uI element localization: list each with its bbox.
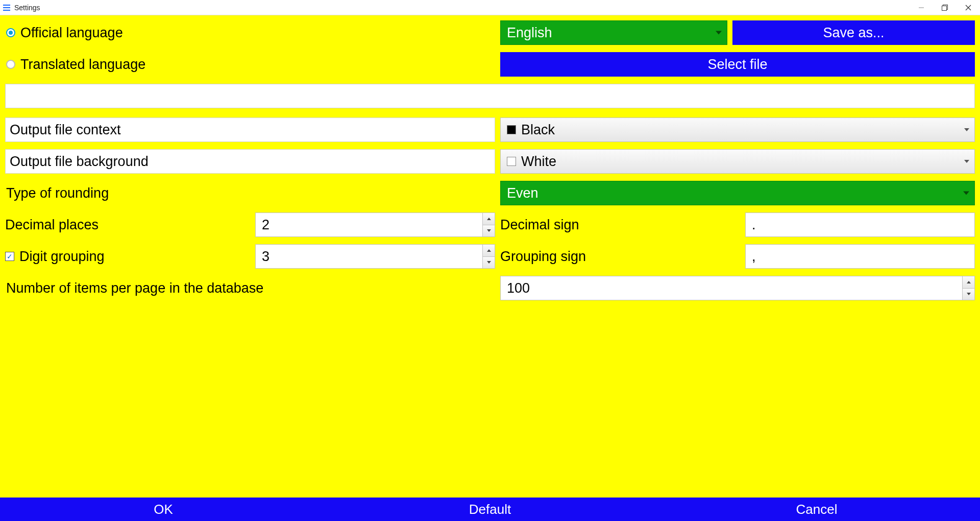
items-per-page-spinner[interactable]: 100 bbox=[500, 276, 975, 300]
output-context-controls: Black bbox=[500, 117, 975, 142]
row-translated-language: Translated language Select file bbox=[5, 52, 975, 77]
decimal-places-label: Decimal places bbox=[5, 217, 99, 233]
items-per-page-controls: 100 bbox=[500, 276, 975, 300]
output-context-label: Output file context bbox=[10, 122, 121, 138]
minimize-button[interactable] bbox=[910, 0, 933, 15]
translated-language-label: Translated language bbox=[20, 57, 145, 73]
triangle-up-icon bbox=[967, 281, 971, 283]
chevron-down-icon bbox=[964, 128, 969, 131]
output-background-value: White bbox=[521, 154, 556, 170]
triangle-down-icon bbox=[967, 293, 971, 295]
digit-grouping-label-cell: ✓ Digit grouping bbox=[5, 244, 250, 269]
titlebar: Settings bbox=[0, 0, 980, 15]
official-language-label-cell: Official language bbox=[5, 20, 495, 45]
digit-grouping-spinner-buttons bbox=[482, 245, 495, 268]
rounding-controls: Even bbox=[500, 181, 975, 205]
row-output-context: Output file context Black bbox=[5, 117, 975, 142]
select-file-button[interactable]: Select file bbox=[500, 52, 975, 77]
decimal-places-spinner[interactable]: 2 bbox=[255, 212, 495, 237]
triangle-down-icon bbox=[487, 229, 491, 232]
items-per-page-up[interactable] bbox=[963, 276, 974, 289]
decimal-sign-label: Decimal sign bbox=[500, 217, 579, 233]
decimal-places-value: 2 bbox=[256, 213, 482, 236]
row-rounding: Type of rounding Even bbox=[5, 181, 975, 205]
output-context-label-cell: Output file context bbox=[5, 117, 495, 142]
triangle-down-icon bbox=[487, 261, 491, 264]
translated-language-controls: Select file bbox=[500, 52, 975, 77]
rounding-value: Even bbox=[507, 185, 538, 201]
ok-button[interactable]: OK bbox=[0, 498, 327, 521]
decimal-places-spinner-buttons bbox=[482, 213, 495, 236]
default-button[interactable]: Default bbox=[327, 498, 653, 521]
digit-grouping-down[interactable] bbox=[483, 257, 495, 269]
output-context-swatch bbox=[507, 125, 516, 134]
items-per-page-label-cell: Number of items per page in the database bbox=[5, 276, 495, 300]
row-items-per-page: Number of items per page in the database… bbox=[5, 276, 975, 300]
output-context-value: Black bbox=[521, 122, 555, 138]
save-as-button[interactable]: Save as... bbox=[732, 20, 975, 45]
maximize-button[interactable] bbox=[933, 0, 957, 15]
digit-grouping-spinner[interactable]: 3 bbox=[255, 244, 495, 269]
triangle-up-icon bbox=[487, 218, 491, 220]
language-file-path-input[interactable] bbox=[5, 84, 975, 108]
output-context-dropdown[interactable]: Black bbox=[500, 117, 975, 142]
language-dropdown-value: English bbox=[507, 25, 552, 41]
digit-grouping-label: Digit grouping bbox=[19, 249, 105, 265]
rounding-label-cell: Type of rounding bbox=[5, 181, 495, 205]
decimal-sign-label-cell: Decimal sign bbox=[500, 212, 740, 237]
official-language-label: Official language bbox=[20, 25, 123, 41]
grouping-sign-value: , bbox=[752, 249, 756, 265]
rounding-label: Type of rounding bbox=[6, 185, 109, 201]
grouping-sign-control: , bbox=[745, 244, 975, 269]
chevron-down-icon bbox=[716, 31, 722, 35]
decimal-sign-input[interactable]: . bbox=[745, 212, 975, 237]
digit-grouping-checkbox[interactable]: ✓ bbox=[5, 252, 14, 261]
svg-rect-5 bbox=[942, 6, 947, 10]
decimal-places-up[interactable] bbox=[483, 213, 495, 225]
decimal-places-control: 2 bbox=[255, 212, 495, 237]
decimal-places-label-cell: Decimal places bbox=[5, 212, 250, 237]
grouping-sign-label-cell: Grouping sign bbox=[500, 244, 740, 269]
row-decimal: Decimal places 2 Decimal sign . bbox=[5, 212, 975, 237]
chevron-down-icon bbox=[964, 160, 969, 163]
items-per-page-spinner-buttons bbox=[962, 276, 974, 300]
footer: OK Default Cancel bbox=[0, 498, 980, 521]
default-label: Default bbox=[469, 502, 511, 517]
grouping-sign-label: Grouping sign bbox=[500, 249, 586, 265]
translated-language-radio[interactable] bbox=[6, 60, 15, 69]
official-language-controls: English Save as... bbox=[500, 20, 975, 45]
app-icon bbox=[2, 3, 11, 12]
output-background-label-cell: Output file background bbox=[5, 149, 495, 174]
grouping-sign-input[interactable]: , bbox=[745, 244, 975, 269]
cancel-label: Cancel bbox=[796, 502, 838, 517]
digit-grouping-value: 3 bbox=[256, 245, 482, 268]
digit-grouping-up[interactable] bbox=[483, 245, 495, 257]
row-output-background: Output file background White bbox=[5, 149, 975, 174]
close-button[interactable] bbox=[957, 0, 980, 15]
triangle-up-icon bbox=[487, 249, 491, 252]
digit-grouping-control: 3 bbox=[255, 244, 495, 269]
official-language-radio[interactable] bbox=[6, 28, 15, 37]
ok-label: OK bbox=[154, 502, 173, 517]
cancel-button[interactable]: Cancel bbox=[653, 498, 980, 521]
output-background-label: Output file background bbox=[10, 154, 149, 170]
row-official-language: Official language English Save as... bbox=[5, 20, 975, 45]
decimal-sign-control: . bbox=[745, 212, 975, 237]
decimal-places-down[interactable] bbox=[483, 225, 495, 237]
language-dropdown[interactable]: English bbox=[500, 20, 727, 45]
items-per-page-down[interactable] bbox=[963, 289, 974, 300]
rounding-dropdown[interactable]: Even bbox=[500, 181, 975, 205]
row-grouping: ✓ Digit grouping 3 Grouping sign , bbox=[5, 244, 975, 269]
decimal-sign-value: . bbox=[752, 217, 756, 233]
window-title: Settings bbox=[14, 4, 40, 12]
items-per-page-value: 100 bbox=[501, 276, 962, 300]
save-as-label: Save as... bbox=[823, 25, 884, 41]
select-file-label: Select file bbox=[707, 57, 767, 73]
settings-panel: Official language English Save as... Tra… bbox=[0, 15, 980, 498]
chevron-down-icon bbox=[963, 192, 969, 195]
output-background-controls: White bbox=[500, 149, 975, 174]
output-background-dropdown[interactable]: White bbox=[500, 149, 975, 174]
output-background-swatch bbox=[507, 157, 516, 166]
items-per-page-label: Number of items per page in the database bbox=[6, 280, 263, 296]
window-controls bbox=[910, 0, 980, 15]
